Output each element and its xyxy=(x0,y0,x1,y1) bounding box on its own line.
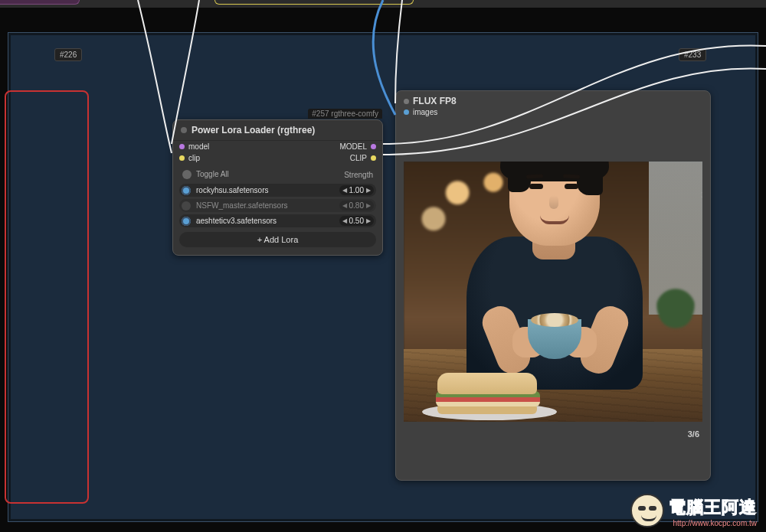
strength-control[interactable]: ◀0.50▶ xyxy=(339,216,374,226)
image-pager[interactable]: 3/6 xyxy=(396,426,710,445)
toggle-all-dot[interactable] xyxy=(182,170,192,179)
lora-name: NSFW_master.safetensors xyxy=(195,201,339,210)
chevron-left-icon[interactable]: ◀ xyxy=(342,217,347,224)
output-label-clip: CLIP xyxy=(350,154,367,162)
chevron-left-icon[interactable]: ◀ xyxy=(342,187,347,194)
chevron-right-icon[interactable]: ▶ xyxy=(366,202,371,209)
input-label-images: images xyxy=(413,108,437,116)
output-port-model[interactable] xyxy=(371,144,376,149)
offscreen-node-edge-yellow xyxy=(214,0,414,5)
toggle-all-label: Toggle All xyxy=(196,170,229,178)
chevron-left-icon[interactable]: ◀ xyxy=(342,202,347,209)
node-title[interactable]: Power Lora Loader (rgthree) xyxy=(173,120,382,141)
node-id-badge-226: #226 xyxy=(54,48,82,61)
watermark-url: http://www.kocpc.com.tw xyxy=(669,519,757,527)
strength-value: 0.50 xyxy=(349,217,364,225)
input-port-model[interactable] xyxy=(179,144,185,149)
output-label-model: MODEL xyxy=(339,142,367,151)
offscreen-node-edge xyxy=(0,0,80,5)
generated-image[interactable] xyxy=(404,162,702,422)
lora-name: aeshteticv3.safetensors xyxy=(195,217,339,225)
node-226-outline[interactable] xyxy=(5,90,89,504)
graph-canvas[interactable]: #226 #233 #257 rgthree-comfy Power Lora … xyxy=(8,32,758,522)
watermark-text-cn: 電腦王阿達 xyxy=(669,496,757,519)
chevron-right-icon[interactable]: ▶ xyxy=(366,217,371,224)
lora-item[interactable]: NSFW_master.safetensors◀0.80▶ xyxy=(179,199,376,212)
lora-item[interactable]: rockyhsu.safetensors◀1.00▶ xyxy=(179,184,376,197)
node-id-badge-233: #233 xyxy=(679,48,706,61)
lora-name: rockyhsu.safetensors xyxy=(195,186,339,194)
lora-toggle[interactable] xyxy=(182,217,191,226)
collapse-dot-icon[interactable] xyxy=(404,99,409,104)
strength-header: Strength xyxy=(344,171,373,179)
preview-node[interactable]: FLUX FP8 images x xyxy=(395,90,711,481)
collapse-dot-icon[interactable] xyxy=(181,127,187,133)
strength-value: 1.00 xyxy=(349,186,364,194)
image-preview-container xyxy=(404,162,702,422)
power-lora-loader-node[interactable]: #257 rgthree-comfy Power Lora Loader (rg… xyxy=(172,119,383,256)
strength-control[interactable]: ◀0.80▶ xyxy=(339,201,374,211)
input-label-model: model xyxy=(188,142,209,151)
lora-toggle[interactable] xyxy=(182,201,191,211)
output-port-clip[interactable] xyxy=(371,155,376,161)
input-port-images[interactable] xyxy=(404,109,409,115)
watermark: 電腦王阿達 http://www.kocpc.com.tw xyxy=(630,494,757,527)
input-label-clip: clip xyxy=(188,154,200,162)
input-port-clip[interactable] xyxy=(179,155,185,161)
preview-title: FLUX FP8 xyxy=(413,96,457,106)
chevron-right-icon[interactable]: ▶ xyxy=(366,187,371,194)
node-id-badge-257: #257 rgthree-comfy xyxy=(308,109,382,119)
strength-value: 0.80 xyxy=(349,201,364,210)
watermark-face-icon xyxy=(630,494,664,527)
node-title-text: Power Lora Loader (rgthree) xyxy=(192,125,315,135)
lora-item[interactable]: aeshteticv3.safetensors◀0.50▶ xyxy=(179,214,376,227)
add-lora-button[interactable]: + Add Lora xyxy=(179,232,376,247)
lora-toggle[interactable] xyxy=(182,186,191,195)
strength-control[interactable]: ◀1.00▶ xyxy=(339,185,374,195)
